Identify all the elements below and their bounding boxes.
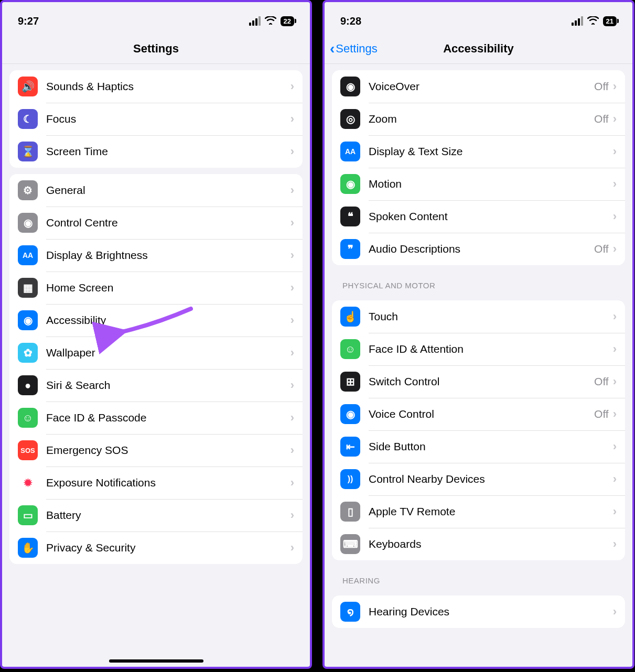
wifi-icon (265, 15, 276, 27)
zoom-icon: ◎ (340, 109, 360, 129)
row-label: Exposure Notifications (46, 476, 290, 489)
chevron-right-icon: › (290, 281, 294, 295)
side-button-icon: ⇤ (340, 437, 360, 457)
settings-row-home-screen[interactable]: ▦Home Screen› (9, 272, 303, 304)
settings-row-switch-control[interactable]: ⊞Switch ControlOff› (332, 365, 625, 398)
settings-row-touch[interactable]: ☝Touch› (332, 300, 625, 333)
settings-row-side-button[interactable]: ⇤Side Button› (332, 430, 625, 463)
row-label: Switch Control (369, 375, 594, 388)
row-label: Keyboards (369, 538, 613, 550)
chevron-right-icon: › (613, 537, 617, 551)
control-nearby-devices-icon: )) (340, 469, 360, 489)
audio-descriptions-icon: ❞ (340, 239, 360, 259)
settings-row-motion[interactable]: ◉Motion› (332, 168, 625, 200)
status-time: 9:27 (18, 15, 39, 27)
chevron-right-icon: › (290, 248, 294, 262)
settings-row-focus[interactable]: ☾Focus› (9, 103, 303, 135)
settings-row-battery[interactable]: ▭Battery› (9, 499, 303, 532)
wallpaper-icon: ✿ (18, 343, 38, 363)
row-label: Display & Text Size (369, 145, 613, 158)
cellular-icon (572, 16, 583, 26)
sounds-haptics-icon: 🔊 (18, 77, 38, 96)
settings-row-emergency-sos[interactable]: SOSEmergency SOS› (9, 434, 303, 467)
row-label: Focus (46, 113, 290, 125)
settings-row-voiceover[interactable]: ◉VoiceOverOff› (332, 70, 625, 103)
settings-row-voice-control[interactable]: ◉Voice ControlOff› (332, 398, 625, 430)
chevron-right-icon: › (613, 177, 617, 191)
row-value: Off (594, 243, 609, 255)
home-indicator[interactable] (109, 659, 203, 663)
settings-row-display-text-size[interactable]: AADisplay & Text Size› (332, 135, 625, 168)
chevron-right-icon: › (613, 605, 617, 619)
row-label: VoiceOver (369, 80, 594, 93)
status-time: 9:28 (340, 15, 361, 27)
battery-icon: ▭ (18, 505, 38, 525)
settings-row-wallpaper[interactable]: ✿Wallpaper› (9, 337, 303, 369)
wifi-icon (587, 15, 599, 27)
phone-settings-screen: 9:27 22 Settings 🔊Sounds & Haptics›☾Focu… (0, 0, 312, 669)
row-label: General (46, 184, 290, 197)
chevron-right-icon: › (290, 313, 294, 327)
settings-row-control-centre[interactable]: ◉Control Centre› (9, 207, 303, 239)
phone-accessibility-screen: 9:28 21 ‹ Settings Accessibility ◉VoiceO… (322, 0, 634, 669)
chevron-right-icon: › (613, 342, 617, 356)
settings-row-spoken-content[interactable]: ❝Spoken Content› (332, 200, 625, 233)
display-text-size-icon: AA (340, 142, 360, 161)
emergency-sos-icon: SOS (18, 440, 38, 460)
chevron-right-icon: › (290, 411, 294, 425)
settings-row-general[interactable]: ⚙General› (9, 174, 303, 207)
chevron-right-icon: › (290, 145, 294, 158)
section-header: HEARING (325, 567, 632, 589)
settings-row-screen-time[interactable]: ⌛Screen Time› (9, 135, 303, 168)
settings-group: ◉VoiceOverOff›◎ZoomOff›AADisplay & Text … (332, 70, 625, 265)
row-label: Display & Brightness (46, 249, 290, 262)
settings-row-apple-tv-remote[interactable]: ▯Apple TV Remote› (332, 495, 625, 528)
row-label: Accessibility (46, 314, 290, 327)
voiceover-icon: ◉ (340, 77, 360, 96)
switch-control-icon: ⊞ (340, 372, 360, 392)
settings-row-hearing-devices[interactable]: ໑Hearing Devices› (332, 595, 625, 628)
back-button[interactable]: ‹ Settings (330, 41, 378, 56)
accessibility-icon: ◉ (18, 310, 38, 330)
settings-row-control-nearby-devices[interactable]: ))Control Nearby Devices› (332, 463, 625, 495)
chevron-right-icon: › (290, 346, 294, 360)
chevron-right-icon: › (290, 112, 294, 126)
row-label: Spoken Content (369, 210, 613, 223)
spoken-content-icon: ❝ (340, 207, 360, 226)
nav-bar: Settings (2, 34, 310, 64)
status-bar: 9:27 22 (2, 2, 310, 34)
settings-row-audio-descriptions[interactable]: ❞Audio DescriptionsOff› (332, 233, 625, 265)
settings-row-exposure-notifications[interactable]: ✹Exposure Notifications› (9, 467, 303, 499)
page-title: Settings (133, 42, 179, 56)
row-value: Off (594, 408, 609, 420)
settings-row-sounds-haptics[interactable]: 🔊Sounds & Haptics› (9, 70, 303, 103)
row-label: Side Button (369, 440, 613, 453)
battery-indicator: 21 (603, 16, 617, 26)
row-label: Siri & Search (46, 379, 290, 392)
screen-time-icon: ⌛ (18, 142, 38, 161)
row-value: Off (594, 375, 609, 388)
settings-row-accessibility[interactable]: ◉Accessibility› (9, 304, 303, 337)
chevron-left-icon: ‹ (330, 41, 335, 56)
row-label: Motion (369, 178, 613, 190)
row-label: Control Centre (46, 216, 290, 229)
motion-icon: ◉ (340, 174, 360, 194)
chevron-right-icon: › (613, 375, 617, 388)
row-label: Face ID & Attention (369, 343, 613, 355)
privacy-security-icon: ✋ (18, 538, 38, 558)
siri-search-icon: ● (18, 375, 38, 395)
chevron-right-icon: › (613, 472, 617, 486)
settings-row-privacy-security[interactable]: ✋Privacy & Security› (9, 532, 303, 564)
nav-bar: ‹ Settings Accessibility (325, 34, 632, 64)
settings-row-display-brightness[interactable]: AADisplay & Brightness› (9, 239, 303, 272)
chevron-right-icon: › (613, 310, 617, 323)
settings-row-face-id-attention[interactable]: ☺Face ID & Attention› (332, 333, 625, 365)
control-centre-icon: ◉ (18, 213, 38, 233)
row-label: Privacy & Security (46, 541, 290, 554)
settings-row-keyboards[interactable]: ⌨Keyboards› (332, 528, 625, 560)
settings-row-face-id-passcode[interactable]: ☺Face ID & Passcode› (9, 402, 303, 434)
settings-row-siri-search[interactable]: ●Siri & Search› (9, 369, 303, 402)
settings-row-zoom[interactable]: ◎ZoomOff› (332, 103, 625, 135)
chevron-right-icon: › (290, 216, 294, 230)
face-id-passcode-icon: ☺ (18, 408, 38, 428)
